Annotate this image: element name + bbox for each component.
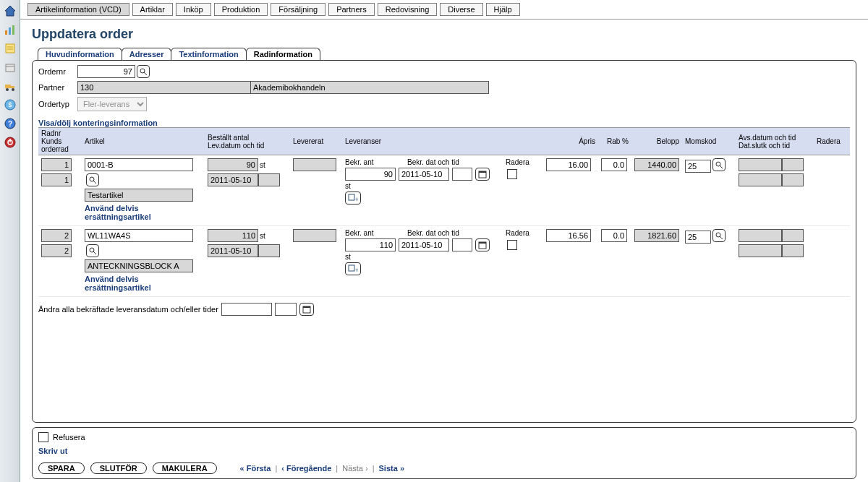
sidebar: $ ? [0,0,20,482]
menu-redovisning[interactable]: Redovisning [378,3,438,16]
col-rab: Rab % [598,136,631,147]
note-icon[interactable] [2,40,18,56]
bekr-dat-input[interactable] [399,168,449,181]
nav-next-link: Nästa › [342,464,367,473]
menu-diverse[interactable]: Diverse [440,3,482,16]
replace-article-link[interactable]: Använd delvis ersättningsartikel [85,275,193,292]
svg-rect-33 [479,242,486,244]
tab-huvudinformation[interactable]: Huvudinformation [38,48,122,60]
calendar-icon[interactable] [475,168,490,181]
svg-text:?: ? [7,120,12,128]
page-title: Uppdatera order [32,27,856,42]
menu-forsaljning[interactable]: Försäljning [271,3,326,16]
momskod-search-icon[interactable] [712,158,726,171]
menu-inkop[interactable]: Inköp [176,3,211,16]
box-icon[interactable] [2,59,18,75]
coin-icon[interactable]: $ [2,97,18,113]
bekr-dat-label: Bekr. dat och tid [407,229,494,237]
grid-header: Radnr Kunds orderrad Artikel Beställt an… [38,127,850,155]
lev-tid-field [258,244,280,257]
col-radnr: Radnr Kunds orderrad [38,128,82,155]
bekr-tid-input[interactable] [452,168,472,181]
lev-radera-checkbox[interactable] [507,169,517,179]
bulk-date-input[interactable] [221,303,272,316]
bulk-calendar-icon[interactable] [299,303,314,316]
artikel-search-icon[interactable] [86,173,99,186]
nav-first-link[interactable]: « Första [240,464,271,473]
artikel-code-input[interactable] [85,158,193,171]
nav-last-link[interactable]: Sista » [379,464,404,473]
print-link[interactable]: Skriv ut [38,447,850,455]
radnr-field [41,229,72,242]
replace-article-link[interactable]: Använd delvis ersättningsartikel [85,204,193,221]
help-icon[interactable]: ? [2,116,18,132]
bulk-time-input[interactable] [275,303,297,316]
svg-rect-7 [6,64,14,72]
menu-partners[interactable]: Partners [328,3,375,16]
bekr-tid-input[interactable] [452,238,472,251]
svg-text:+: + [355,267,358,273]
svg-rect-4 [6,44,14,53]
svg-rect-34 [349,265,354,271]
levererat-field [293,158,336,171]
kundrad-field [41,173,72,186]
bekr-ant-input[interactable] [345,238,396,251]
menu-produktion[interactable]: Produktion [214,3,268,16]
rab-input[interactable] [601,229,627,242]
tab-radinformation[interactable]: Radinformation [246,48,320,60]
save-button[interactable]: SPARA [38,462,85,474]
rab-input[interactable] [601,158,627,171]
ordertyp-select: Fler-leverans [77,97,147,111]
ordertyp-label: Ordertyp [38,100,77,108]
artikel-code-input[interactable] [85,229,193,242]
lev-datum-field [208,173,258,186]
main-panel: Ordernr Partner Ordertyp Fler-leverans [32,60,856,423]
bekr-ant-input[interactable] [345,168,396,181]
add-delivery-icon[interactable]: + [345,262,361,275]
home-icon[interactable] [2,3,18,19]
complete-button[interactable]: SLUTFÖR [90,462,147,474]
artikel-name-field [85,189,193,202]
lev-radera-checkbox[interactable] [507,240,517,250]
svg-rect-25 [479,171,486,173]
bekr-ant-label: Bekr. ant [345,158,396,166]
momskod-input[interactable] [685,231,711,244]
calendar-icon[interactable] [475,238,490,251]
col-leveranser: Leveranser [342,136,543,147]
truck-icon[interactable] [2,78,18,94]
menu-hjalp[interactable]: Hjälp [486,3,520,16]
table-row: Använd delvis ersättningsartikel st Bekr… [38,155,850,226]
svg-marker-0 [5,6,15,16]
toggle-kontering-link[interactable]: Visa/dölj konteringsinformation [38,119,850,127]
table-row: Använd delvis ersättningsartikel st Bekr… [38,226,850,297]
cancel-order-button[interactable]: MAKULERA [153,462,217,474]
col-artikel: Artikel [82,136,205,147]
apris-input[interactable] [546,158,591,171]
menu-artiklar[interactable]: Artiklar [132,3,173,16]
lev-unit-label: st [345,182,540,190]
svg-rect-39 [303,306,310,308]
partner-name-field [250,81,489,94]
svg-rect-26 [349,194,354,200]
svg-point-12 [12,88,14,91]
refusera-label: Refusera [53,433,85,442]
refusera-checkbox[interactable] [38,432,48,442]
nav-prev-link[interactable]: ‹ Föregående [281,464,331,473]
apris-input[interactable] [546,229,591,242]
tab-textinformation[interactable]: Textinformation [171,48,246,60]
momskod-search-icon[interactable] [712,229,726,242]
momskod-input[interactable] [685,160,711,173]
slutk-tid-field [782,173,804,186]
tab-adresser[interactable]: Adresser [122,48,172,60]
ordernr-input[interactable] [77,65,135,78]
unit-label: st [260,232,265,240]
ordernr-search-icon[interactable] [137,65,150,78]
artikel-search-icon[interactable] [86,244,99,257]
bekr-dat-input[interactable] [399,238,449,251]
chart-icon[interactable] [2,22,18,38]
slutk-datum-field [739,244,782,257]
add-delivery-icon[interactable]: + [345,191,361,205]
power-icon[interactable] [2,134,18,150]
col-levererat: Levererat [290,136,342,147]
menu-artikelinfo[interactable]: Artikelinformation (VCD) [27,3,129,16]
